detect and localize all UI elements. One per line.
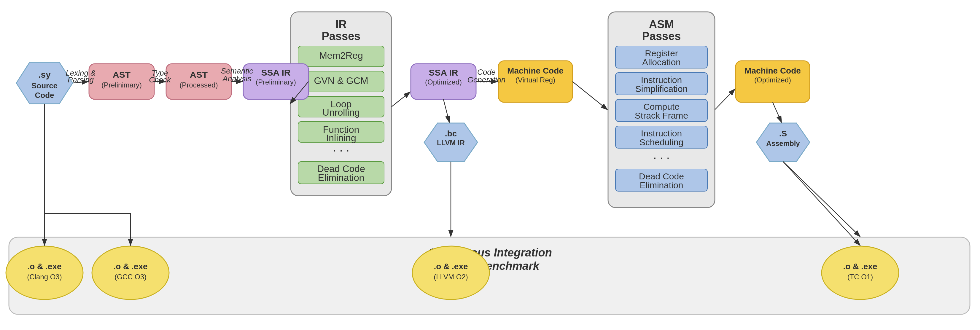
svg-text:AST: AST xyxy=(190,70,208,79)
svg-text:Simplification: Simplification xyxy=(635,84,688,94)
asm-pass-compute-stack: Compute xyxy=(643,102,679,111)
ir-pass-mem2reg: Mem2Reg xyxy=(319,50,363,61)
svg-text:(Processed): (Processed) xyxy=(180,81,218,89)
svg-line-59 xyxy=(391,92,410,107)
svg-text:Analysis: Analysis xyxy=(222,74,251,83)
svg-line-62 xyxy=(573,81,608,110)
svg-text:Unrolling: Unrolling xyxy=(322,107,360,118)
svg-line-69 xyxy=(783,162,860,246)
svg-text:Strack Frame: Strack Frame xyxy=(635,111,688,121)
asm-pass-inst-simp: Instruction xyxy=(641,75,682,85)
svg-text:.sy: .sy xyxy=(38,70,51,79)
svg-text:Scheduling: Scheduling xyxy=(640,137,683,147)
svg-text:Machine Code: Machine Code xyxy=(507,66,563,75)
svg-text:SSA IR: SSA IR xyxy=(429,68,458,78)
svg-text:Allocation: Allocation xyxy=(642,57,681,67)
svg-text:(Clang O3): (Clang O3) xyxy=(27,273,62,281)
svg-text:Elimination: Elimination xyxy=(640,180,683,190)
svg-text:(Preliminary): (Preliminary) xyxy=(256,78,296,86)
svg-text:Passes: Passes xyxy=(642,30,681,43)
asm-pass-inst-sched: Instruction xyxy=(641,129,682,138)
svg-text:Machine Code: Machine Code xyxy=(745,66,801,75)
svg-text:(GCC O3): (GCC O3) xyxy=(115,273,146,281)
svg-text:Code: Code xyxy=(35,91,54,100)
svg-text:Passes: Passes xyxy=(321,30,360,43)
svg-text:(LLVM O2): (LLVM O2) xyxy=(434,273,468,281)
svg-text:(TC O1): (TC O1) xyxy=(847,273,873,281)
svg-line-65 xyxy=(444,99,449,122)
ir-passes-title: IR xyxy=(336,18,347,30)
svg-text:Parsing: Parsing xyxy=(68,75,94,84)
asm-pass-reg-alloc: Register xyxy=(645,48,678,58)
ir-pass-dots: · · · xyxy=(333,143,349,157)
svg-text:AST: AST xyxy=(113,70,130,79)
svg-text:.S: .S xyxy=(779,129,787,138)
svg-text:Source: Source xyxy=(32,81,57,90)
svg-text:(Optimized): (Optimized) xyxy=(425,78,462,86)
svg-text:LLVM IR: LLVM IR xyxy=(437,139,465,147)
svg-text:SSA IR: SSA IR xyxy=(261,68,291,78)
svg-line-67 xyxy=(783,162,860,236)
svg-text:Elimination: Elimination xyxy=(318,172,364,183)
svg-text:Generation: Generation xyxy=(468,75,506,84)
svg-text:Assembly: Assembly xyxy=(766,140,800,148)
svg-line-64 xyxy=(773,102,781,122)
svg-line-63 xyxy=(715,89,735,110)
asm-pass-dots: · · · xyxy=(653,151,670,164)
svg-text:.o & .exe: .o & .exe xyxy=(434,262,468,271)
svg-text:(Prelinimary): (Prelinimary) xyxy=(102,81,142,89)
svg-text:.bc: .bc xyxy=(445,129,457,138)
svg-text:.o & .exe: .o & .exe xyxy=(843,262,877,271)
asm-pass-dce: Dead Code xyxy=(639,171,684,181)
svg-text:Inlining: Inlining xyxy=(326,133,356,143)
svg-text:(Optimized): (Optimized) xyxy=(754,76,791,84)
svg-text:Check: Check xyxy=(149,75,172,84)
svg-text:.o & .exe: .o & .exe xyxy=(27,262,61,271)
diagram-container: Continuous Integration Test & Benchmark … xyxy=(0,0,980,330)
ir-pass-gvn-gcm: GVN & GCM xyxy=(314,75,368,86)
asm-passes-title: ASM xyxy=(649,18,674,30)
svg-text:(Virtual Reg): (Virtual Reg) xyxy=(515,76,555,84)
svg-text:.o & .exe: .o & .exe xyxy=(113,262,147,271)
